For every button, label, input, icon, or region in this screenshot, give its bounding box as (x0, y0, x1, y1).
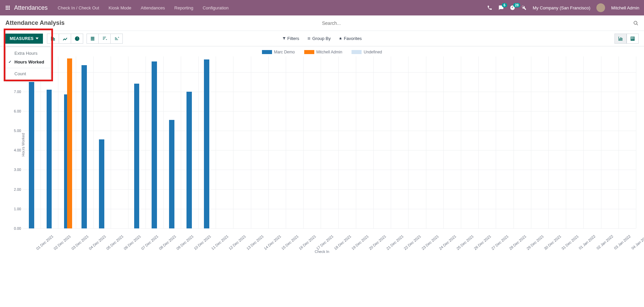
x-tick: 19 Dec 2021 (351, 234, 369, 251)
gridline (426, 56, 426, 228)
groupby-menu[interactable]: Group By (307, 36, 331, 41)
swatch-marc (262, 50, 272, 54)
graph-view-button[interactable] (614, 34, 627, 44)
bar[interactable] (204, 59, 209, 228)
gridline (514, 56, 514, 228)
gridline (566, 56, 566, 228)
x-axis-label: Check In (5, 250, 639, 254)
x-tick: 05 Dec 2021 (105, 234, 124, 251)
bar[interactable] (47, 90, 52, 228)
filters-menu[interactable]: Filters (282, 36, 299, 41)
messages-badge: 6 (502, 3, 507, 7)
measures-button[interactable]: MEASURES (5, 34, 43, 44)
x-tick: 01 Jan 2022 (578, 234, 596, 250)
x-tick: 24 Dec 2021 (438, 234, 457, 251)
x-tick: 18 Dec 2021 (333, 234, 352, 251)
wrench-icon[interactable] (521, 5, 527, 10)
barchart-button[interactable] (47, 34, 59, 44)
nav-right: 6 28 My Company (San Francisco) Mitchell… (487, 3, 639, 12)
x-axis: 01 Dec 202102 Dec 202103 Dec 202104 Dec … (23, 233, 636, 250)
x-tick: 26 Dec 2021 (473, 234, 492, 251)
control-bar: MEASURES Extra Hours Hours Worked Count … (0, 31, 644, 46)
user-name[interactable]: Mitchell Admin (611, 5, 639, 10)
gridline (373, 56, 374, 228)
x-tick: 13 Dec 2021 (246, 234, 264, 251)
bar[interactable] (169, 120, 174, 228)
x-tick: 29 Dec 2021 (526, 234, 544, 251)
legend-undef[interactable]: Undefined (352, 50, 382, 54)
dd-extra-hours[interactable]: Extra Hours (6, 49, 50, 58)
activities-badge: 28 (513, 3, 520, 7)
sort-asc-button[interactable] (111, 34, 123, 44)
x-tick: 06 Dec 2021 (123, 234, 142, 251)
legend: Marc Demo Mitchell Admin Undefined (5, 50, 639, 54)
bar[interactable] (82, 65, 87, 228)
bar[interactable] (99, 139, 104, 228)
gridline (23, 72, 636, 73)
bar[interactable] (29, 82, 34, 228)
company-selector[interactable]: My Company (San Francisco) (533, 5, 590, 10)
gridline (531, 56, 531, 228)
search-box[interactable] (322, 20, 639, 26)
caret-down-icon (36, 37, 39, 40)
view-switcher (614, 34, 639, 44)
linechart-button[interactable] (59, 34, 71, 44)
chart: Marc Demo Mitchell Admin Undefined Hours… (0, 46, 644, 254)
nav-kiosk[interactable]: Kiosk Mode (109, 5, 131, 10)
apps-icon[interactable] (5, 5, 11, 11)
legend-mitchell[interactable]: Mitchell Admin (304, 50, 342, 54)
x-tick: 14 Dec 2021 (263, 234, 282, 251)
gridline (23, 209, 636, 209)
y-tick: 2.00 (14, 187, 23, 191)
legend-marc[interactable]: Marc Demo (262, 50, 295, 54)
search-input[interactable] (322, 20, 630, 26)
gridline (76, 56, 76, 228)
dd-hours-worked[interactable]: Hours Worked (6, 57, 50, 67)
dd-count[interactable]: Count (6, 69, 50, 78)
bar[interactable] (186, 92, 192, 228)
nav-configuration[interactable]: Configuration (203, 5, 228, 10)
x-tick: 30 Dec 2021 (543, 234, 562, 251)
bar[interactable] (152, 61, 157, 228)
gridline (321, 56, 321, 228)
gridline (636, 56, 636, 228)
top-nav: Attendances Check In / Check Out Kiosk M… (0, 0, 644, 15)
x-tick: 21 Dec 2021 (386, 234, 405, 251)
search-icon[interactable] (633, 20, 639, 26)
x-tick: 27 Dec 2021 (491, 234, 509, 251)
activities-button[interactable]: 28 (510, 5, 515, 10)
list-icon (307, 37, 311, 40)
bar[interactable] (134, 84, 140, 228)
gridline (356, 56, 356, 228)
gridline (23, 92, 636, 92)
x-tick: 02 Jan 2022 (596, 234, 614, 250)
x-tick: 02 Dec 2021 (53, 234, 72, 251)
nav-reporting[interactable]: Reporting (174, 5, 193, 10)
avatar[interactable] (596, 3, 605, 12)
stacked-button[interactable] (87, 34, 99, 44)
gridline (163, 56, 164, 228)
pivot-view-button[interactable] (627, 34, 639, 44)
messages-button[interactable]: 6 (498, 5, 504, 10)
piechart-icon (74, 36, 80, 41)
nav-checkin[interactable]: Check In / Check Out (58, 5, 99, 10)
gridline (303, 56, 304, 228)
bar[interactable] (67, 58, 72, 228)
y-tick: 1.00 (14, 207, 23, 211)
measures-wrapper: MEASURES Extra Hours Hours Worked Count (5, 34, 43, 44)
gridline (391, 56, 391, 228)
gridline (443, 56, 444, 228)
favorites-menu[interactable]: Favorites (339, 36, 362, 41)
stack-sort-group (87, 34, 123, 44)
brand-title[interactable]: Attendances (14, 4, 48, 11)
sort-desc-button[interactable] (99, 34, 111, 44)
nav-menu: Check In / Check Out Kiosk Mode Attendan… (58, 5, 487, 10)
x-tick: 25 Dec 2021 (455, 234, 474, 251)
view-header: Attendance Analysis (0, 15, 644, 31)
y-tick: 3.00 (14, 168, 23, 172)
nav-attendances[interactable]: Attendances (141, 5, 165, 10)
piechart-button[interactable] (71, 34, 83, 44)
graph-icon (618, 36, 623, 41)
phone-icon[interactable] (487, 5, 492, 10)
x-tick: 23 Dec 2021 (421, 234, 439, 251)
